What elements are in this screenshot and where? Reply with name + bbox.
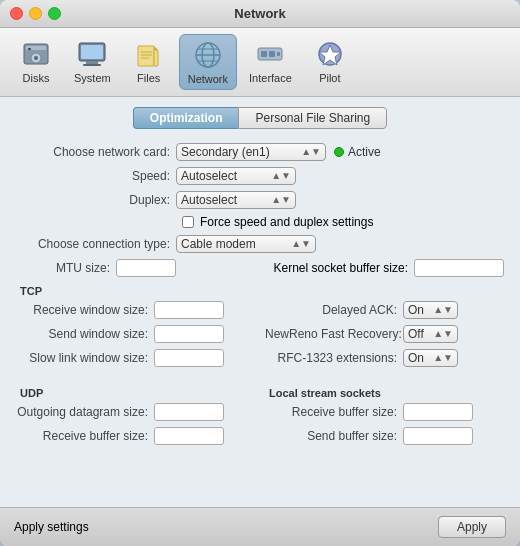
send-window-row: Send window size: 65536	[16, 325, 255, 343]
system-icon	[76, 38, 108, 70]
network-card-label: Choose network card:	[16, 145, 176, 159]
speed-arrow: ▲▼	[271, 172, 291, 180]
toolbar-item-files[interactable]: Files	[123, 34, 175, 90]
maximize-button[interactable]	[48, 7, 61, 20]
udp-section-label: UDP	[16, 387, 255, 399]
newreno-arrow: ▲▼	[433, 330, 453, 338]
local-receive-input[interactable]: 8192	[403, 403, 473, 421]
tcp-section: Receive window size: 65536 Send window s…	[16, 301, 504, 373]
network-card-select[interactable]: Secondary (en1) ▲▼	[176, 143, 326, 161]
newreno-row: NewReno Fast Recovery: Off ▲▼	[265, 325, 504, 343]
udp-local-headers: UDP Local stream sockets	[16, 379, 504, 403]
network-icon	[192, 39, 224, 71]
svg-point-4	[34, 56, 38, 60]
connection-type-arrow: ▲▼	[291, 240, 311, 248]
local-stream-header: Local stream sockets	[265, 379, 504, 403]
local-receive-row: Receive buffer size: 8192	[265, 403, 504, 421]
send-window-label: Send window size:	[16, 327, 154, 341]
toolbar: Disks System	[0, 28, 520, 97]
kernel-input[interactable]: 512000	[414, 259, 504, 277]
tcp-left: Receive window size: 65536 Send window s…	[16, 301, 255, 373]
receive-window-input[interactable]: 65536	[154, 301, 224, 319]
tab-personal-file-sharing[interactable]: Personal File Sharing	[238, 107, 387, 129]
svg-rect-11	[154, 50, 158, 66]
local-stream-label: Local stream sockets	[265, 387, 504, 399]
svg-rect-2	[28, 48, 31, 50]
udp-receive-label: Receive buffer size:	[16, 429, 154, 443]
toolbar-files-label: Files	[137, 72, 160, 84]
toolbar-item-pilot[interactable]: Pilot	[304, 34, 356, 90]
tab-bar: Optimization Personal File Sharing	[16, 107, 504, 129]
udp-header: UDP	[16, 379, 255, 403]
tcp-section-label: TCP	[16, 285, 504, 297]
close-button[interactable]	[10, 7, 23, 20]
slow-link-input[interactable]: 8192	[154, 349, 224, 367]
connection-type-row: Choose connection type: Cable modem ▲▼	[16, 235, 504, 253]
send-window-input[interactable]: 65536	[154, 325, 224, 343]
disk-icon	[20, 38, 52, 70]
svg-rect-7	[86, 61, 98, 64]
toolbar-item-network[interactable]: Network	[179, 34, 237, 90]
active-dot	[334, 147, 344, 157]
local-send-label: Send buffer size:	[265, 429, 403, 443]
udp-receive-input[interactable]: 73728	[154, 427, 224, 445]
outgoing-datagram-row: Outgoing datagram size: 9216	[16, 403, 255, 421]
title-bar: Network	[0, 0, 520, 28]
toolbar-pilot-label: Pilot	[319, 72, 340, 84]
rfc1323-select[interactable]: On ▲▼	[403, 349, 458, 367]
interface-icon	[254, 38, 286, 70]
tab-optimization[interactable]: Optimization	[133, 107, 239, 129]
window-controls	[10, 7, 61, 20]
minimize-button[interactable]	[29, 7, 42, 20]
force-speed-label: Force speed and duplex settings	[200, 215, 373, 229]
content-area: Optimization Personal File Sharing Choos…	[0, 97, 520, 507]
svg-rect-21	[261, 51, 267, 57]
local-send-input[interactable]: 8192	[403, 427, 473, 445]
connection-type-select[interactable]: Cable modem ▲▼	[176, 235, 316, 253]
active-status: Active	[334, 145, 381, 159]
main-window: Network Disks	[0, 0, 520, 546]
svg-marker-10	[154, 46, 158, 50]
svg-rect-23	[277, 52, 280, 56]
slow-link-row: Slow link window size: 8192	[16, 349, 255, 367]
local-stream-right: Receive buffer size: 8192 Send buffer si…	[265, 403, 504, 451]
toolbar-system-label: System	[74, 72, 111, 84]
speed-label: Speed:	[16, 169, 176, 183]
apply-button[interactable]: Apply	[438, 516, 506, 538]
udp-left: Outgoing datagram size: 9216 Receive buf…	[16, 403, 255, 451]
speed-row: Speed: Autoselect ▲▼	[16, 167, 504, 185]
mtu-kernel-row: MTU size: 1500 Kernel socket buffer size…	[16, 259, 504, 277]
window-title: Network	[234, 6, 285, 21]
tcp-right: Delayed ACK: On ▲▼ NewReno Fast Recovery…	[265, 301, 504, 373]
udp-receive-row: Receive buffer size: 73728	[16, 427, 255, 445]
toolbar-item-disks[interactable]: Disks	[10, 34, 62, 90]
mtu-input[interactable]: 1500	[116, 259, 176, 277]
force-speed-checkbox[interactable]	[182, 216, 194, 228]
rfc1323-arrow: ▲▼	[433, 354, 453, 362]
delayed-ack-arrow: ▲▼	[433, 306, 453, 314]
delayed-ack-label: Delayed ACK:	[265, 303, 403, 317]
local-send-row: Send buffer size: 8192	[265, 427, 504, 445]
toolbar-disks-label: Disks	[23, 72, 50, 84]
outgoing-datagram-input[interactable]: 9216	[154, 403, 224, 421]
svg-rect-6	[81, 45, 103, 59]
slow-link-label: Slow link window size:	[16, 351, 154, 365]
duplex-select[interactable]: Autoselect ▲▼	[176, 191, 296, 209]
toolbar-item-interface[interactable]: Interface	[241, 34, 300, 90]
toolbar-item-system[interactable]: System	[66, 34, 119, 90]
rfc1323-label: RFC-1323 extensions:	[265, 351, 403, 365]
speed-select[interactable]: Autoselect ▲▼	[176, 167, 296, 185]
delayed-ack-row: Delayed ACK: On ▲▼	[265, 301, 504, 319]
connection-type-label: Choose connection type:	[16, 237, 176, 251]
udp-local-section: Outgoing datagram size: 9216 Receive buf…	[16, 403, 504, 451]
local-receive-label: Receive buffer size:	[265, 405, 403, 419]
network-card-row: Choose network card: Secondary (en1) ▲▼ …	[16, 143, 504, 161]
toolbar-network-label: Network	[188, 73, 228, 85]
mtu-label: MTU size:	[16, 261, 116, 275]
delayed-ack-select[interactable]: On ▲▼	[403, 301, 458, 319]
receive-window-row: Receive window size: 65536	[16, 301, 255, 319]
bottom-bar: Apply settings Apply	[0, 507, 520, 546]
svg-rect-9	[138, 46, 154, 66]
newreno-select[interactable]: Off ▲▼	[403, 325, 458, 343]
network-card-arrow: ▲▼	[301, 148, 321, 156]
